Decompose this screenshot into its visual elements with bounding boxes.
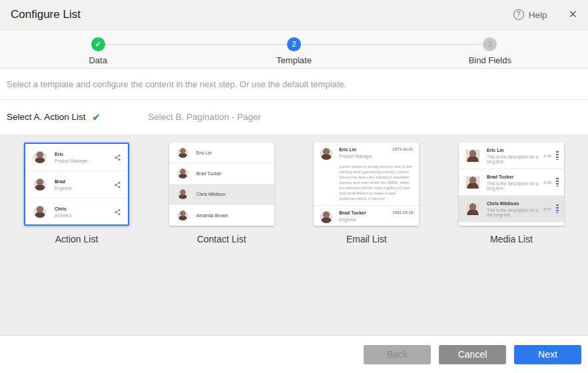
template-card-email-list[interactable]: Eric LinProduct Manager1973-10-21Lorem I…	[314, 143, 419, 335]
avatar	[177, 188, 188, 200]
back-button[interactable]: Back	[364, 345, 431, 364]
template-gallery: EricProduct ManagerBradEngineerChrisArch…	[0, 134, 588, 335]
person-role: Engineer	[339, 217, 366, 222]
person-name: Chris	[55, 206, 71, 211]
drag-handle-icon	[556, 151, 559, 160]
template-thumbnail[interactable]: Eric LinThis is the description for a lo…	[459, 143, 564, 226]
template-card-contact-list[interactable]: Eric LinBrad TuckerChris MildisonAmanda …	[169, 143, 274, 335]
template-card-action-list[interactable]: EricProduct ManagerBradEngineerChrisArch…	[24, 143, 129, 335]
email-date: 1991-03-19	[393, 210, 414, 224]
email-date: 1973-10-21	[393, 147, 414, 161]
avatar	[33, 151, 47, 164]
template-card-label: Action List	[24, 234, 129, 244]
instruction-bar: Select a template and configure the cont…	[0, 69, 588, 100]
avatar	[33, 205, 47, 218]
template-thumbnail[interactable]: Eric LinBrad TuckerChris MildisonAmanda …	[169, 143, 274, 226]
page-title: Configure List	[11, 8, 81, 21]
template-card-label: Media List	[459, 234, 564, 244]
list-item: Brad TuckerEngineer1991-03-19Lorem Ipsum…	[314, 206, 419, 226]
cancel-button[interactable]: Cancel	[439, 345, 506, 364]
drag-handle-icon	[556, 178, 559, 186]
instruction-text: Select a template and configure the cont…	[7, 79, 346, 89]
wizard-stepper: ✓ Data 2 Template 3 Bind Fields	[0, 30, 588, 69]
person-name: Amanda Brown	[196, 213, 228, 218]
template-card-label: Contact List	[169, 234, 274, 244]
template-card-label: Email List	[314, 234, 419, 244]
person-name: Chris Mildison	[487, 201, 543, 206]
select-a-label: Select A. Action List	[7, 112, 86, 122]
list-item: Chris MildisonThis is the description fo…	[459, 196, 564, 222]
avatar	[320, 210, 333, 224]
close-icon[interactable]: ✕	[569, 9, 577, 20]
selection-summary-row: Select A. Action List ✔ Select B. Pagina…	[0, 100, 588, 134]
avatar	[465, 176, 480, 189]
list-item: Amanda BrownThis is the description for …	[459, 222, 564, 226]
share-icon	[114, 154, 121, 161]
media-description: This is the description for a long text	[487, 181, 543, 190]
template-thumbnail[interactable]: EricProduct ManagerBradEngineerChrisArch…	[24, 143, 129, 226]
avatar	[177, 147, 188, 159]
list-item: Eric Lin	[169, 143, 274, 163]
person-name: Brad Tucker	[196, 171, 222, 176]
media-description: This is the description for a long text	[487, 155, 543, 164]
list-item: Brad Tucker	[169, 163, 274, 184]
email-body: Lorem Ipsum is simply dummy text of the …	[339, 164, 413, 201]
list-item: Eric LinThis is the description for a lo…	[459, 143, 564, 169]
list-item: Brad TuckerThis is the description for a…	[459, 169, 564, 196]
help-icon: ?	[513, 9, 524, 20]
list-item: ChrisArchitect	[25, 198, 128, 226]
person-name: Eric	[55, 152, 88, 157]
person-role: Product Manager	[55, 159, 88, 163]
person-name: Chris Mildison	[196, 192, 226, 196]
person-name: Brad	[55, 179, 72, 184]
person-name: Eric Lin	[196, 151, 212, 155]
step-complete-icon: ✓	[91, 37, 105, 51]
template-card-media-list[interactable]: Eric LinThis is the description for a lo…	[459, 143, 564, 335]
person-name: Eric Lin	[487, 148, 543, 153]
person-role: Architect	[55, 213, 71, 218]
step-data[interactable]: ✓ Data	[0, 30, 196, 68]
drag-handle-icon	[556, 204, 559, 213]
person-name: Brad Tucker	[339, 210, 366, 215]
media-duration: 8:05	[543, 207, 551, 211]
step-number-badge: 2	[287, 37, 301, 51]
list-item: Eric LinProduct Manager1973-10-21Lorem I…	[314, 143, 419, 206]
dialog-header: Configure List ? Help ✕	[0, 0, 588, 30]
share-icon	[114, 181, 121, 188]
avatar	[465, 202, 480, 216]
help-label: Help	[529, 10, 547, 20]
share-icon	[114, 208, 121, 216]
avatar	[33, 178, 47, 191]
step-label: Bind Fields	[469, 55, 511, 65]
next-button[interactable]: Next	[514, 345, 581, 364]
step-template[interactable]: 2 Template	[196, 30, 392, 68]
avatar	[177, 168, 188, 179]
step-label: Template	[276, 55, 312, 65]
media-duration: 8:05	[543, 154, 551, 158]
person-name: Eric Lin	[339, 147, 372, 152]
list-item: Amanda Brown	[169, 205, 274, 226]
select-b-label: Select B. Pagination - Pager	[148, 112, 261, 122]
avatar	[320, 147, 333, 161]
person-role: Product Manager	[339, 154, 372, 159]
template-thumbnail[interactable]: Eric LinProduct Manager1973-10-21Lorem I…	[314, 143, 419, 226]
list-item: EricProduct Manager	[25, 144, 128, 171]
media-duration: 8:05	[543, 181, 551, 185]
step-label: Data	[89, 55, 107, 65]
person-role: Engineer	[55, 186, 72, 190]
media-description: This is the description for a the long t…	[487, 208, 543, 217]
list-item: BradEngineer	[25, 171, 128, 198]
list-item: Chris Mildison	[169, 185, 274, 205]
step-number-badge: 3	[483, 37, 497, 51]
selected-check-icon: ✔	[93, 112, 101, 123]
help-button[interactable]: ? Help	[513, 9, 547, 20]
avatar	[465, 149, 480, 163]
person-name: Brad Tucker	[487, 175, 543, 179]
avatar	[177, 210, 188, 221]
step-bind-fields[interactable]: 3 Bind Fields	[392, 30, 588, 68]
dialog-footer: Back Cancel Next	[0, 335, 588, 373]
